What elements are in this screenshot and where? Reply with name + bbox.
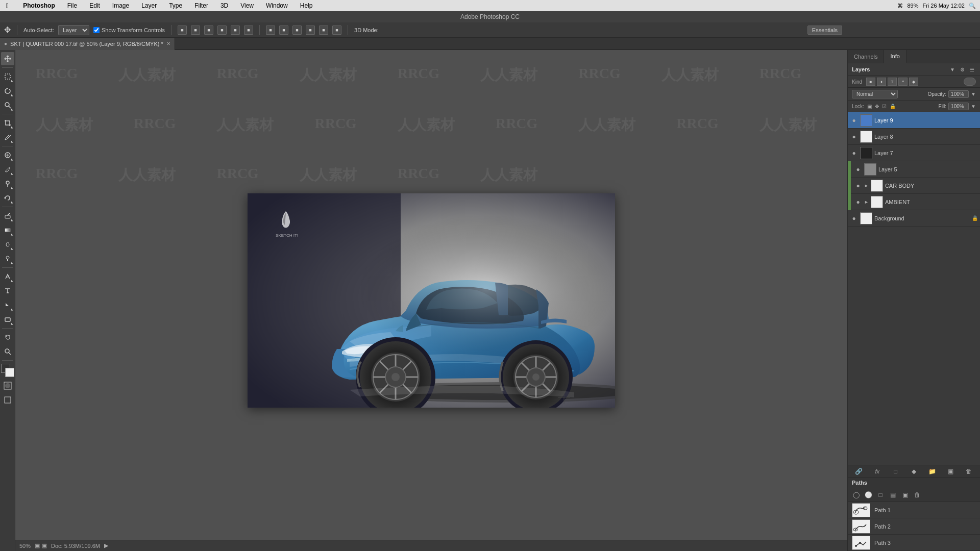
distribute-right-btn[interactable]: ■ — [292, 26, 302, 35]
visibility-carbody[interactable]: ● — [854, 182, 862, 190]
eraser-tool[interactable]: ◣ — [1, 209, 14, 222]
type-tool[interactable] — [1, 284, 14, 297]
align-middle-btn[interactable]: ■ — [231, 26, 240, 35]
layer-item-ambient[interactable]: ● ► AMBIENT — [848, 194, 980, 210]
add-mask-btn[interactable]: □ — [891, 466, 901, 477]
path-fill-btn[interactable]: ◯ — [851, 490, 861, 500]
paths-header[interactable]: Paths — [848, 478, 980, 488]
move-tool[interactable] — [1, 52, 14, 65]
layer-item-layer8[interactable]: ● Layer 8 — [848, 129, 980, 145]
path-select-tool[interactable]: ◣ — [1, 298, 14, 312]
layer-item-carbody[interactable]: ● ► CAR BODY — [848, 178, 980, 194]
distribute-middle-btn[interactable]: ■ — [319, 26, 328, 35]
layer-item-layer7[interactable]: ● Layer 7 — [848, 145, 980, 161]
carbody-expand[interactable]: ► — [864, 183, 869, 188]
align-right-btn[interactable]: ■ — [204, 26, 213, 35]
layer-item-layer5[interactable]: ● Layer 5 — [848, 161, 980, 178]
filter-smart[interactable]: ◆ — [909, 78, 918, 86]
link-layers-btn[interactable]: 🔗 — [854, 466, 864, 477]
visibility-layer5[interactable]: ● — [854, 165, 862, 173]
lasso-tool[interactable]: ◣ — [1, 84, 14, 97]
threed-menu-item[interactable]: 3D — [218, 2, 230, 9]
kind-toggle[interactable] — [964, 78, 976, 86]
visibility-background[interactable]: ● — [850, 214, 858, 222]
clone-stamp-tool[interactable]: ◣ — [1, 177, 14, 190]
essentials-button[interactable]: Essentials — [807, 26, 842, 35]
hand-tool[interactable] — [1, 331, 14, 344]
distribute-center-btn[interactable]: ■ — [279, 26, 288, 35]
apple-menu[interactable]:  — [4, 2, 11, 10]
magic-wand-tool[interactable]: ◣ — [1, 98, 14, 112]
window-menu-item[interactable]: Window — [264, 2, 290, 9]
quick-mask-btn[interactable] — [1, 379, 14, 392]
path-item-path1[interactable]: Path 1 — [848, 502, 980, 518]
info-tab[interactable]: Info — [884, 50, 906, 63]
doc-tab-x[interactable]: ✕ — [166, 41, 170, 46]
lock-artboard-icon[interactable]: ☑ — [882, 104, 887, 109]
layer-menu-item[interactable]: Layer — [139, 2, 159, 9]
history-brush-tool[interactable]: ◣ — [1, 191, 14, 205]
opacity-arrow[interactable]: ▼ — [971, 91, 976, 97]
fx-btn[interactable]: fx — [872, 466, 883, 477]
layers-kind-filter[interactable]: ▼ — [948, 65, 957, 73]
path-shape-btn[interactable]: ▤ — [888, 490, 898, 500]
filter-menu-item[interactable]: Filter — [192, 2, 210, 9]
doc-tab-close-icon[interactable]: ● — [4, 41, 7, 46]
blend-mode-select[interactable]: Normal Multiply Screen Overlay — [852, 90, 898, 98]
dodge-tool[interactable]: ◣ — [1, 252, 14, 265]
type-menu-item[interactable]: Type — [167, 2, 184, 9]
new-layer-btn[interactable]: ▣ — [945, 466, 955, 477]
lock-all-icon[interactable]: 🔒 — [890, 104, 896, 109]
screen-mode-btn[interactable] — [1, 393, 14, 407]
crop-tool[interactable]: ◣ — [1, 116, 14, 130]
distribute-top-btn[interactable]: ■ — [306, 26, 315, 35]
path-mask-btn[interactable]: □ — [875, 490, 886, 500]
photoshop-menu-item[interactable]: Photoshop — [21, 2, 57, 9]
new-path-btn[interactable]: ▣ — [900, 490, 910, 500]
filter-pixel[interactable]: ■ — [866, 78, 875, 86]
view-menu-item[interactable]: View — [238, 2, 256, 9]
shape-tool[interactable]: ◣ — [1, 313, 14, 326]
image-menu-item[interactable]: Image — [110, 2, 131, 9]
opacity-input[interactable] — [948, 90, 969, 98]
color-selector[interactable] — [1, 364, 14, 377]
layers-settings[interactable]: ⚙ — [958, 65, 966, 73]
marquee-tool[interactable]: ◣ — [1, 70, 14, 83]
canvas-area[interactable]: RRCG 人人素材 RRCG 人人素材 RRCG 人人素材 RRCG 人人素材 … — [15, 50, 847, 551]
align-left-btn[interactable]: ■ — [178, 26, 187, 35]
brush-tool[interactable]: ◣ — [1, 163, 14, 176]
zoom-tool[interactable] — [1, 345, 14, 358]
align-bottom-btn[interactable]: ■ — [244, 26, 253, 35]
ambient-expand[interactable]: ► — [864, 199, 869, 205]
lock-pixels-icon[interactable]: ▣ — [867, 104, 872, 109]
add-group-btn[interactable]: 📁 — [927, 466, 937, 477]
visibility-ambient[interactable]: ● — [854, 198, 862, 206]
spot-heal-tool[interactable]: ◣ — [1, 148, 14, 162]
help-menu-item[interactable]: Help — [298, 2, 315, 9]
blur-tool[interactable]: ◣ — [1, 238, 14, 251]
layer-item-layer9[interactable]: ● Layer 9 — [848, 112, 980, 129]
delete-layer-btn[interactable]: 🗑 — [964, 466, 974, 477]
document-tab[interactable]: ● SKT | QUARTER 000 17.tif @ 50% (Layer … — [0, 38, 175, 50]
filter-shape[interactable]: ⚬ — [898, 78, 908, 86]
status-arrow[interactable]: ▶ — [104, 542, 108, 549]
align-top-btn[interactable]: ■ — [217, 26, 227, 35]
distribute-left-btn[interactable]: ■ — [266, 26, 275, 35]
visibility-layer9[interactable]: ● — [850, 116, 858, 124]
pen-tool[interactable]: ◣ — [1, 270, 14, 283]
file-menu-item[interactable]: File — [65, 2, 79, 9]
fill-input[interactable] — [948, 103, 969, 110]
layer-item-background[interactable]: ● Background 🔒 — [848, 210, 980, 227]
filter-type[interactable]: T — [888, 78, 897, 86]
delete-path-btn[interactable]: 🗑 — [912, 490, 922, 500]
path-stroke-btn[interactable]: ⚪ — [863, 490, 873, 500]
fill-arrow[interactable]: ▼ — [971, 104, 976, 109]
search-icon[interactable]: 🔍 — [969, 3, 976, 9]
add-adjustment-btn[interactable]: ◆ — [909, 466, 919, 477]
filter-adjust[interactable]: ♦ — [877, 78, 886, 86]
path-item-path2[interactable]: Path 2 — [848, 518, 980, 535]
channels-tab[interactable]: Channels — [848, 50, 884, 63]
visibility-layer8[interactable]: ● — [850, 133, 858, 141]
distribute-bottom-btn[interactable]: ■ — [332, 26, 341, 35]
edit-menu-item[interactable]: Edit — [87, 2, 102, 9]
